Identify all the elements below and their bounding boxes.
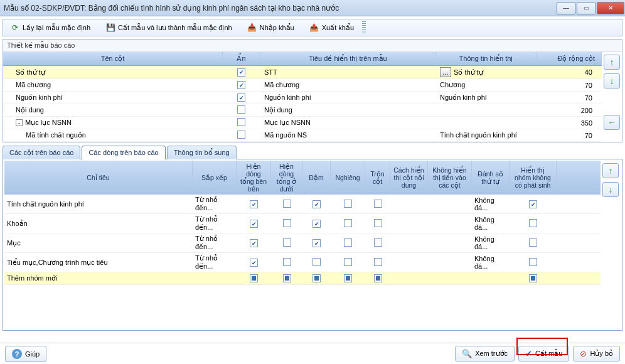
- cell-info: …Số thứ tự: [436, 66, 537, 78]
- row-move-up-button[interactable]: ↑: [602, 163, 619, 178]
- column-row[interactable]: -Mục lục NSNNMục lục NSNN350: [3, 117, 602, 129]
- th-dam: Đậm: [302, 161, 331, 195]
- checkbox-unchecked[interactable]: [374, 238, 382, 247]
- checkbox-checked[interactable]: ✔: [250, 220, 258, 228]
- cell-cach: [390, 261, 428, 264]
- checkbox-unchecked[interactable]: [529, 238, 537, 247]
- checkbox-unchecked[interactable]: [237, 105, 245, 114]
- cell-info: Tính chất nguồn kinh phí: [436, 130, 537, 141]
- checkbox-unchecked[interactable]: [344, 219, 352, 227]
- checkbox-checked[interactable]: ✔: [250, 239, 258, 247]
- cancel-button[interactable]: ⊘ Hủy bỏ: [573, 346, 620, 361]
- cancel-label: Hủy bỏ: [590, 350, 613, 358]
- checkbox-unchecked[interactable]: [344, 258, 352, 266]
- th-ng: Nghiêng: [331, 161, 365, 195]
- column-row[interactable]: Mã chương✔Mã chươngChương70: [3, 79, 602, 92]
- cell-title: Nguồn kinh phí: [260, 92, 436, 103]
- checkbox-unchecked[interactable]: [237, 131, 245, 139]
- checkbox-mixed[interactable]: [283, 274, 291, 282]
- cell-h2: [271, 198, 302, 210]
- export-button[interactable]: 📤 Xuất khẩu: [305, 20, 358, 35]
- tab-rows[interactable]: Các dòng trên báo cáo: [82, 146, 165, 159]
- checkbox-mixed[interactable]: [529, 274, 537, 282]
- column-row[interactable]: Nội dungNội dung200: [3, 104, 602, 117]
- ellipsis-button[interactable]: …: [440, 67, 451, 77]
- cell-name: Mã chương: [3, 80, 223, 90]
- th-ds: Đánh số thứ tự: [472, 161, 510, 195]
- criteria-row[interactable]: Tính chất nguồn kinh phíTừ nhỏ đến...✔✔K…: [4, 195, 601, 214]
- cell-hide: ✔: [223, 92, 260, 104]
- main-toolbar: ⟳ Lấy lại mẫu mặc định 💾 Cất mẫu và lưu …: [3, 19, 622, 36]
- tab-columns[interactable]: Các cột trên báo cáo: [3, 146, 80, 159]
- window-buttons: — ▭ ✕: [556, 1, 625, 16]
- save-default-button[interactable]: 💾 Cất mẫu và lưu thành mẫu mặc định: [101, 20, 237, 35]
- cell-info: [436, 122, 537, 124]
- checkbox-unchecked[interactable]: [283, 219, 291, 227]
- column-row[interactable]: Mã tính chất nguồnMã nguồn NSTính chất n…: [3, 129, 602, 142]
- criteria-row[interactable]: Thêm nhóm mới: [4, 272, 601, 285]
- th-h2: Hiện dòng tổng ở dưới: [271, 161, 302, 195]
- th-kh: Không hiển thị tiền vào các cột: [428, 161, 472, 195]
- cell-chi: Thêm nhóm mới: [4, 273, 193, 284]
- checkbox-unchecked[interactable]: [374, 258, 382, 266]
- checkbox-unchecked[interactable]: [374, 219, 382, 227]
- checkbox-checked[interactable]: ✔: [312, 220, 321, 228]
- cell-width: 70: [537, 80, 602, 90]
- checkbox-checked[interactable]: ✔: [237, 68, 245, 77]
- tabs-area: Các cột trên báo cáo Các dòng trên báo c…: [3, 145, 622, 331]
- cell-hide: [223, 104, 260, 116]
- th-h1: Hiện dòng tổng bên trên: [237, 161, 271, 195]
- checkbox-unchecked[interactable]: [344, 238, 352, 247]
- close-button[interactable]: ✕: [597, 2, 624, 14]
- criteria-row[interactable]: Tiểu mục,Chương trình mục tiêuTừ nhỏ đến…: [4, 253, 601, 272]
- checkbox-mixed[interactable]: [250, 274, 258, 282]
- checkbox-checked[interactable]: ✔: [250, 200, 258, 208]
- checkbox-unchecked[interactable]: [374, 200, 382, 208]
- footer-bar: ? Giúp 🔍 Xem trước ✔ Cất mẫu ⊘ Hủy bỏ: [0, 343, 625, 364]
- save-button[interactable]: ✔ Cất mẫu: [518, 346, 569, 361]
- move-left-button[interactable]: ←: [604, 115, 620, 130]
- criteria-row[interactable]: MụcTừ nhỏ đến...✔✔Không đá...: [4, 233, 601, 253]
- cell-dam: [302, 257, 331, 269]
- minimize-button[interactable]: —: [557, 2, 575, 14]
- checkbox-checked[interactable]: ✔: [237, 94, 245, 102]
- checkbox-mixed[interactable]: [344, 274, 352, 282]
- cell-kh: [428, 261, 472, 264]
- checkbox-checked[interactable]: ✔: [250, 259, 258, 267]
- checkbox-checked[interactable]: ✔: [529, 200, 537, 208]
- checkbox-unchecked[interactable]: [344, 200, 352, 208]
- export-icon: 📤: [309, 23, 319, 33]
- cell-name: -Mục lục NSNN: [3, 117, 223, 128]
- checkbox-checked[interactable]: ✔: [312, 239, 321, 247]
- design-panel: Thiết kế mẫu báo cáo Tên cột Ẩn Tiêu đề …: [3, 39, 622, 142]
- tree-toggle[interactable]: -: [16, 119, 23, 126]
- toolbar-grip[interactable]: [362, 21, 366, 34]
- move-down-button[interactable]: ↓: [604, 73, 620, 88]
- checkbox-mixed[interactable]: [374, 274, 382, 282]
- checkbox-mixed[interactable]: [312, 274, 321, 282]
- cell-dam: ✔: [302, 218, 331, 230]
- checkbox-unchecked[interactable]: [283, 238, 291, 247]
- checkbox-unchecked[interactable]: [283, 200, 291, 208]
- checkbox-checked[interactable]: ✔: [237, 81, 245, 89]
- maximize-button[interactable]: ▭: [577, 2, 596, 14]
- import-button[interactable]: 📥 Nhập khẩu: [243, 20, 299, 35]
- tab-extra[interactable]: Thông tin bổ sung: [167, 146, 237, 159]
- row-move-down-button[interactable]: ↓: [602, 182, 619, 197]
- column-row[interactable]: Số thứ tự✔STT…Số thứ tự40: [3, 66, 602, 79]
- checkbox-unchecked[interactable]: [237, 118, 245, 126]
- checkbox-unchecked[interactable]: [283, 258, 291, 266]
- help-button[interactable]: ? Giúp: [5, 346, 46, 362]
- column-row[interactable]: Nguồn kinh phí✔Nguồn kinh phíNguồn kinh …: [3, 92, 602, 104]
- checkbox-unchecked[interactable]: [312, 258, 321, 266]
- move-up-button[interactable]: ↑: [604, 55, 620, 70]
- checkbox-unchecked[interactable]: [529, 219, 537, 227]
- cell-tron: [365, 198, 390, 210]
- checkbox-checked[interactable]: ✔: [312, 200, 321, 208]
- reset-template-button[interactable]: ⟳ Lấy lại mẫu mặc định: [6, 20, 95, 35]
- checkbox-unchecked[interactable]: [529, 258, 537, 266]
- preview-button[interactable]: 🔍 Xem trước: [455, 346, 515, 361]
- criteria-row[interactable]: KhoảnTừ nhỏ đến...✔✔Không đá...: [4, 214, 601, 233]
- cell-h2: [271, 257, 302, 269]
- cell-sx: [193, 277, 237, 280]
